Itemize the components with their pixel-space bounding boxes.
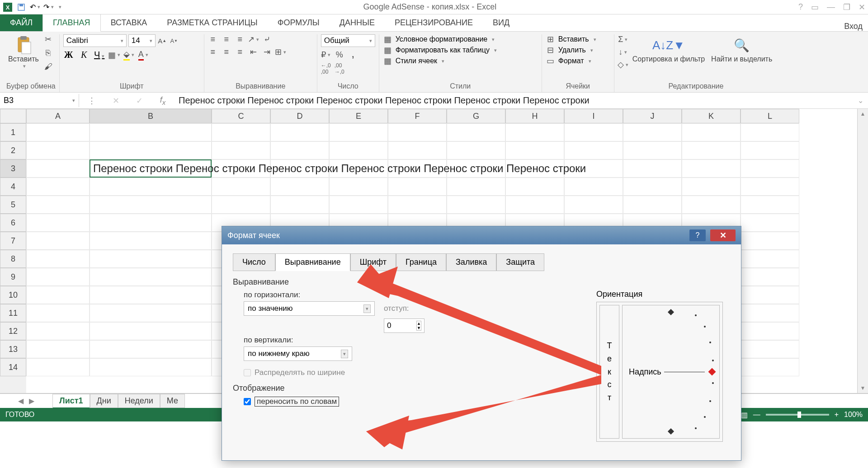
cell[interactable] <box>623 178 682 196</box>
cell[interactable]: Перенос строки Перенос строки Перенос ст… <box>90 159 212 178</box>
align-top-icon[interactable]: ≡ <box>208 34 218 44</box>
row-header[interactable]: 1 <box>0 123 26 141</box>
view-pagebreak-icon[interactable]: ▥ <box>741 411 748 419</box>
align-middle-icon[interactable]: ≡ <box>222 34 231 44</box>
row-header[interactable]: 11 <box>0 304 26 322</box>
cell[interactable] <box>741 286 799 304</box>
save-icon[interactable] <box>16 2 26 12</box>
tab-home[interactable]: ГЛАВНАЯ <box>42 14 101 32</box>
format-cells-button[interactable]: ▭Формат▾ <box>546 56 591 66</box>
cell[interactable] <box>388 178 447 196</box>
scroll-down-icon[interactable]: ▼ <box>860 383 866 393</box>
cell[interactable] <box>26 340 90 358</box>
column-header[interactable]: J <box>623 109 682 123</box>
column-header[interactable]: C <box>212 109 270 123</box>
cell[interactable] <box>26 304 90 322</box>
cell[interactable] <box>741 304 799 322</box>
dialog-close-button[interactable]: ✕ <box>710 229 736 241</box>
merge-cells-icon[interactable]: ⊞▾ <box>276 47 286 57</box>
tab-pagelayout[interactable]: РАЗМЕТКА СТРАНИЦЫ <box>157 14 267 31</box>
cell[interactable] <box>682 159 741 178</box>
dialog-tab-fill[interactable]: Заливка <box>446 253 496 271</box>
cell[interactable] <box>26 123 90 141</box>
increase-decimal-icon[interactable]: ←,0,00 <box>321 62 331 75</box>
cell[interactable] <box>447 141 505 159</box>
sheet-tab-active[interactable]: Лист1 <box>52 394 90 408</box>
cell[interactable] <box>270 178 329 196</box>
cell[interactable] <box>741 159 799 178</box>
row-header[interactable]: 13 <box>0 340 26 358</box>
column-header[interactable]: F <box>388 109 447 123</box>
cell[interactable] <box>623 141 682 159</box>
dialog-tab-number[interactable]: Число <box>233 253 275 271</box>
tab-data[interactable]: ДАННЫЕ <box>330 14 385 31</box>
column-header[interactable]: L <box>741 109 799 123</box>
formula-expand-icon[interactable]: ⌄ <box>853 96 868 105</box>
dialog-tab-protection[interactable]: Защита <box>496 253 544 271</box>
vertical-align-dropdown[interactable]: по нижнему краю▾ <box>244 346 352 361</box>
fx-icon[interactable]: fx <box>160 95 166 106</box>
cell[interactable] <box>26 358 90 376</box>
cut-icon[interactable]: ✂ <box>43 34 53 44</box>
cell[interactable] <box>741 358 799 376</box>
format-as-table-button[interactable]: ▦Форматировать как таблицу▾ <box>383 45 497 55</box>
cell[interactable] <box>741 250 799 268</box>
cell[interactable] <box>90 322 212 340</box>
font-size-dropdown[interactable]: 14▾ <box>128 34 156 47</box>
cell[interactable] <box>505 196 564 214</box>
tab-file[interactable]: ФАЙЛ <box>0 14 42 31</box>
zoom-in-icon[interactable]: + <box>835 411 839 419</box>
decrease-decimal-icon[interactable]: ,00→,0 <box>335 62 344 75</box>
column-header[interactable]: I <box>564 109 623 123</box>
help-icon[interactable]: ? <box>798 2 803 12</box>
cell[interactable] <box>388 141 447 159</box>
row-header[interactable]: 3 <box>0 159 26 178</box>
cell[interactable] <box>270 196 329 214</box>
align-right-icon[interactable]: ≡ <box>235 47 245 57</box>
row-header[interactable]: 2 <box>0 141 26 159</box>
row-header[interactable]: 5 <box>0 196 26 214</box>
paste-button[interactable]: Вставить ▾ <box>6 34 41 71</box>
italic-button[interactable]: К <box>79 50 90 60</box>
cell[interactable] <box>682 123 741 141</box>
sheet-nav-prev-icon[interactable]: ◀ <box>18 397 24 405</box>
autosum-icon[interactable]: Σ▾ <box>618 34 628 44</box>
dialog-tab-font[interactable]: Шрифт <box>350 253 396 271</box>
cell[interactable] <box>212 178 270 196</box>
dialog-tab-border[interactable]: Граница <box>396 253 446 271</box>
increase-font-icon[interactable]: A▲ <box>157 36 167 46</box>
cell[interactable] <box>741 178 799 196</box>
scroll-up-icon[interactable]: ▲ <box>860 109 866 119</box>
cell[interactable] <box>447 196 505 214</box>
zoom-slider[interactable] <box>766 414 829 416</box>
cell[interactable] <box>741 340 799 358</box>
cell[interactable] <box>90 304 212 322</box>
cell[interactable] <box>741 123 799 141</box>
indent-spinner[interactable]: 0▲▼ <box>384 318 425 333</box>
cell[interactable] <box>90 141 212 159</box>
cell[interactable] <box>90 286 212 304</box>
cell[interactable] <box>741 232 799 250</box>
row-header[interactable]: 7 <box>0 232 26 250</box>
maximize-icon[interactable]: ❐ <box>843 2 850 12</box>
row-header[interactable]: 6 <box>0 214 26 232</box>
zoom-level[interactable]: 100% <box>844 411 863 419</box>
percent-icon[interactable]: % <box>335 50 344 60</box>
align-center-icon[interactable]: ≡ <box>222 47 231 57</box>
cell[interactable] <box>212 141 270 159</box>
cancel-formula-icon[interactable]: ✕ <box>113 96 119 106</box>
cell[interactable] <box>623 123 682 141</box>
cell[interactable] <box>505 123 564 141</box>
row-header[interactable]: 9 <box>0 268 26 286</box>
select-all-corner[interactable] <box>0 109 26 123</box>
cell[interactable] <box>26 268 90 286</box>
dialog-titlebar[interactable]: Формат ячеек ? ✕ <box>222 226 741 244</box>
cell-dropdown-icon[interactable]: ⋮ <box>88 96 96 106</box>
number-format-dropdown[interactable]: Общий▾ <box>321 34 375 47</box>
orientation-dial[interactable]: Надпись <box>622 305 720 439</box>
copy-icon[interactable]: ⎘ <box>43 48 53 58</box>
orientation-icon[interactable]: ↗▾ <box>249 34 259 44</box>
cell[interactable] <box>26 159 90 178</box>
cell[interactable] <box>329 196 388 214</box>
cell[interactable] <box>26 322 90 340</box>
